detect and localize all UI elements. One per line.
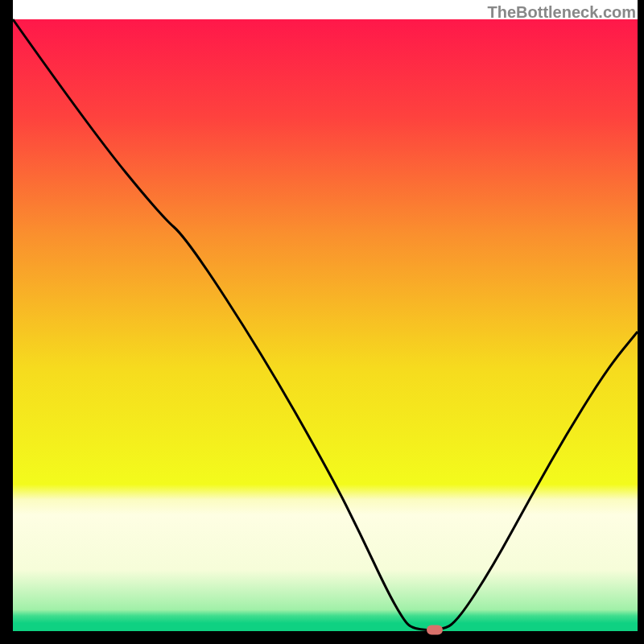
chart-container: TheBottleneck.com <box>0 0 644 644</box>
axis-border-right <box>638 0 644 644</box>
axis-border-left <box>0 0 13 644</box>
axis-border-bottom <box>0 631 644 644</box>
gradient-background <box>13 19 638 631</box>
optimal-marker <box>427 625 443 634</box>
watermark-text: TheBottleneck.com <box>488 3 636 22</box>
bottleneck-chart <box>0 0 644 644</box>
